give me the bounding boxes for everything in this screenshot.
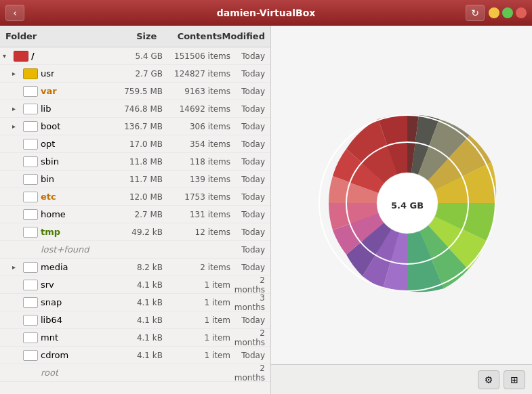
folder-icon bbox=[23, 332, 38, 343]
folder-name: lib bbox=[41, 104, 51, 114]
table-row[interactable]: ▸boot136.7 MB306 itemsToday bbox=[0, 118, 270, 135]
col-header-modified: Modified bbox=[222, 31, 270, 41]
close-button[interactable] bbox=[516, 7, 527, 18]
cell-size: 759.5 MB bbox=[108, 87, 163, 96]
cell-modified: Today bbox=[230, 104, 270, 114]
table-row[interactable]: srv4.1 kB1 item2 months bbox=[0, 276, 270, 294]
cell-size: 4.1 kB bbox=[108, 315, 163, 325]
folder-name: snap bbox=[41, 297, 62, 307]
cell-size: 11.8 MB bbox=[108, 157, 163, 167]
file-table-panel: Folder Size Contents Modified ▾/5.4 GB15… bbox=[0, 26, 271, 394]
folder-icon bbox=[23, 104, 38, 114]
table-row[interactable]: cdrom4.1 kB1 itemToday bbox=[0, 347, 270, 364]
table-row[interactable]: opt17.0 MB354 itemsToday bbox=[0, 135, 270, 153]
expand-arrow[interactable]: ▸ bbox=[12, 123, 23, 130]
cell-contents: 124827 items bbox=[163, 69, 230, 79]
cell-folder: var bbox=[0, 86, 108, 97]
expand-arrow[interactable]: ▸ bbox=[12, 70, 23, 77]
cell-folder: tmp bbox=[0, 227, 108, 238]
folder-name: srv bbox=[41, 280, 54, 290]
cell-folder: opt bbox=[0, 139, 108, 150]
cell-folder: mnt bbox=[0, 332, 108, 343]
cell-folder: ▸boot bbox=[0, 121, 108, 132]
folder-icon bbox=[23, 350, 38, 361]
center-size-label: 5.4 GB bbox=[390, 200, 423, 211]
titlebar: ‹ damien-VirtualBox ↻ bbox=[0, 0, 532, 26]
table-row[interactable]: ▸media8.2 kB2 itemsToday bbox=[0, 259, 270, 276]
expand-arrow[interactable]: ▸ bbox=[12, 105, 23, 112]
cell-contents: 1753 items bbox=[163, 192, 230, 202]
back-button[interactable]: ‹ bbox=[5, 5, 24, 21]
cell-modified: Today bbox=[230, 139, 270, 149]
cell-size: 4.1 kB bbox=[108, 280, 163, 290]
folder-icon bbox=[23, 174, 38, 185]
col-header-folder: Folder bbox=[0, 31, 104, 41]
sunburst-chart: 5.4 GB bbox=[287, 73, 517, 317]
folder-name: opt bbox=[41, 139, 55, 149]
folder-icon bbox=[23, 262, 38, 273]
folder-name: usr bbox=[41, 68, 54, 79]
table-row[interactable]: lib644.1 kB1 itemToday bbox=[0, 311, 270, 329]
folder-name: lost+found bbox=[41, 244, 89, 255]
table-row[interactable]: ▸usr2.7 GB124827 itemsToday bbox=[0, 65, 270, 83]
cell-modified: Today bbox=[230, 227, 270, 237]
cell-size: 17.0 MB bbox=[108, 139, 163, 149]
table-row[interactable]: home2.7 MB131 itemsToday bbox=[0, 206, 270, 223]
main-window: ‹ damien-VirtualBox ↻ Folder Size Conten… bbox=[0, 0, 532, 394]
table-row[interactable]: bin11.7 MB139 itemsToday bbox=[0, 171, 270, 188]
cell-folder: lib64 bbox=[0, 315, 108, 326]
table-body: ▾/5.4 GB151506 itemsToday▸usr2.7 GB12482… bbox=[0, 47, 270, 394]
table-row[interactable]: sbin11.8 MB118 itemsToday bbox=[0, 153, 270, 171]
settings-button[interactable]: ⚙ bbox=[478, 370, 499, 389]
cell-folder: lost+found bbox=[0, 244, 108, 255]
table-row[interactable]: mnt4.1 kB1 item2 months bbox=[0, 329, 270, 347]
titlebar-left: ‹ bbox=[5, 5, 24, 21]
cell-contents: 9163 items bbox=[163, 87, 230, 96]
cell-contents: 14692 items bbox=[163, 104, 230, 114]
cell-modified: 2 months bbox=[230, 364, 270, 382]
window-controls bbox=[489, 7, 527, 18]
cell-contents: 131 items bbox=[163, 210, 230, 219]
cell-size: 5.4 GB bbox=[108, 51, 163, 61]
folder-icon bbox=[23, 68, 38, 79]
minimize-button[interactable] bbox=[489, 7, 499, 18]
view-button[interactable]: ⊞ bbox=[504, 370, 525, 389]
folder-icon bbox=[23, 297, 38, 308]
chart-panel: 5.4 GB bbox=[271, 26, 532, 394]
cell-size: 4.1 kB bbox=[108, 333, 163, 343]
cell-size: 136.7 MB bbox=[108, 122, 163, 131]
table-row[interactable]: etc12.0 MB1753 itemsToday bbox=[0, 188, 270, 206]
table-row[interactable]: ▾/5.4 GB151506 itemsToday bbox=[0, 47, 270, 65]
refresh-button[interactable]: ↻ bbox=[466, 5, 485, 21]
cell-modified: Today bbox=[230, 210, 270, 219]
folder-name: bin bbox=[41, 174, 54, 184]
table-row[interactable]: ▸lib746.8 MB14692 itemsToday bbox=[0, 100, 270, 118]
cell-modified: Today bbox=[230, 51, 270, 61]
cell-folder: ▸lib bbox=[0, 104, 108, 114]
cell-modified: Today bbox=[230, 263, 270, 272]
cell-size: 746.8 MB bbox=[108, 104, 163, 114]
table-row[interactable]: snap4.1 kB1 item3 months bbox=[0, 294, 270, 311]
maximize-button[interactable] bbox=[502, 7, 513, 18]
cell-modified: Today bbox=[230, 245, 270, 255]
cell-folder: home bbox=[0, 209, 108, 220]
cell-size: 2.7 GB bbox=[108, 69, 163, 79]
titlebar-right: ↻ bbox=[466, 5, 527, 21]
folder-name: / bbox=[31, 51, 35, 61]
expand-arrow[interactable]: ▾ bbox=[3, 52, 14, 60]
cell-modified: 3 months bbox=[230, 293, 270, 312]
cell-contents: 12 items bbox=[163, 227, 230, 237]
cell-size: 49.2 kB bbox=[108, 227, 163, 237]
table-row[interactable]: var759.5 MB9163 itemsToday bbox=[0, 83, 270, 100]
cell-contents: 118 items bbox=[163, 157, 230, 167]
folder-name: lib64 bbox=[41, 315, 62, 325]
folder-name: root bbox=[41, 368, 58, 378]
table-row[interactable]: root2 months bbox=[0, 364, 270, 382]
table-row[interactable]: tmp49.2 kB12 itemsToday bbox=[0, 223, 270, 241]
folder-icon bbox=[14, 51, 28, 62]
expand-arrow[interactable]: ▸ bbox=[12, 263, 23, 271]
folder-name: home bbox=[41, 209, 66, 219]
table-row[interactable]: lost+foundToday bbox=[0, 241, 270, 259]
folder-icon bbox=[23, 192, 38, 202]
folder-icon bbox=[23, 209, 38, 220]
